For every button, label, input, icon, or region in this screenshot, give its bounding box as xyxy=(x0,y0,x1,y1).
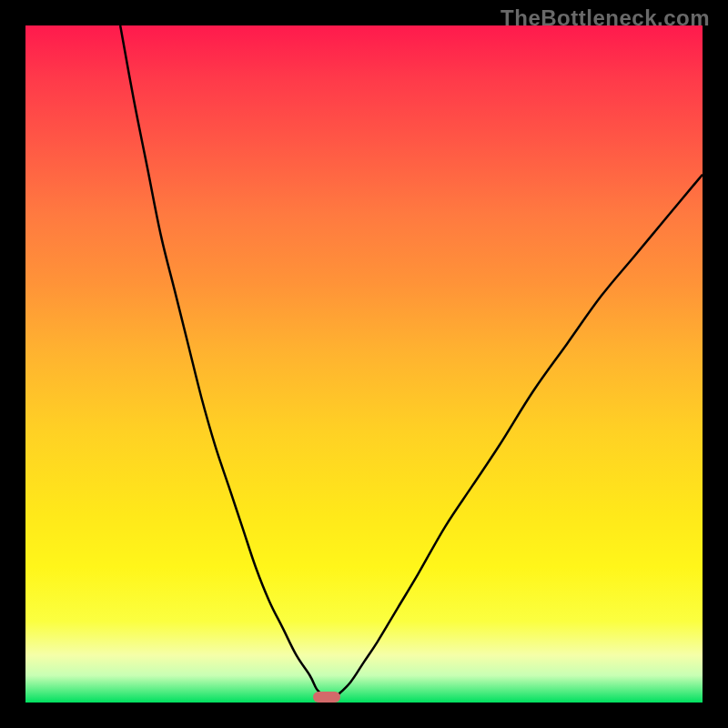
curve-right xyxy=(337,175,703,696)
curve-left xyxy=(120,25,323,696)
chart-frame: TheBottleneck.com xyxy=(0,0,728,728)
plot-area xyxy=(25,25,703,703)
bottleneck-marker xyxy=(313,692,340,703)
curve-layer xyxy=(25,25,703,703)
watermark-text: TheBottleneck.com xyxy=(500,5,710,31)
